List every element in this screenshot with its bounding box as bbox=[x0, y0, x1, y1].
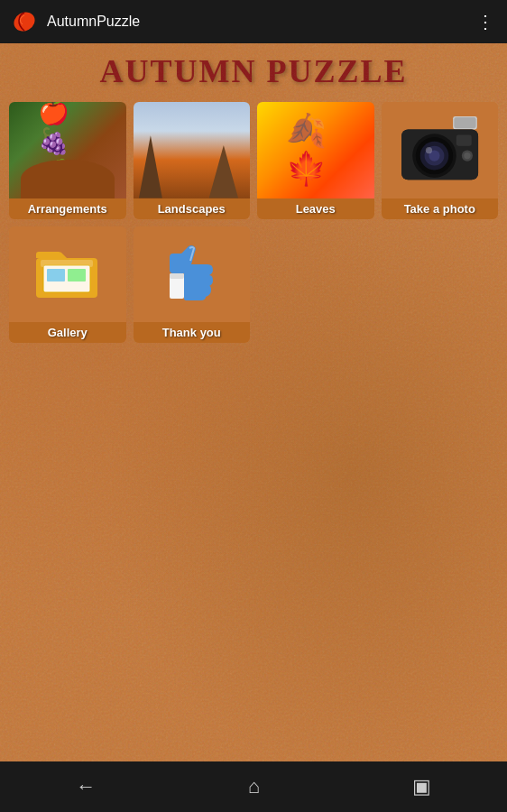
leaves-label: Leaves bbox=[257, 198, 374, 219]
title-bar: AutumnPuzzle ⋮ bbox=[0, 0, 507, 43]
svg-rect-11 bbox=[456, 135, 471, 146]
title-bar-left: AutumnPuzzle bbox=[11, 8, 140, 35]
page-title: AUTUMN PUZZLE bbox=[9, 52, 498, 90]
gallery-label: Gallery bbox=[9, 322, 126, 343]
gallery-image bbox=[9, 226, 126, 323]
thumbs-up-icon bbox=[164, 245, 218, 303]
landscapes-item[interactable]: Landscapes bbox=[134, 102, 251, 219]
arrangements-photo bbox=[9, 102, 126, 198]
camera-image-container bbox=[382, 102, 499, 198]
recents-button[interactable]: ▣ bbox=[394, 768, 449, 806]
landscapes-label: Landscapes bbox=[134, 198, 251, 219]
svg-point-0 bbox=[11, 8, 38, 34]
grid-row-1: Arrangements Landscapes Leaves bbox=[9, 102, 498, 219]
gallery-item[interactable]: Gallery bbox=[9, 226, 126, 344]
landscapes-photo bbox=[134, 102, 251, 198]
svg-rect-19 bbox=[41, 260, 93, 267]
empty-cell-2 bbox=[382, 226, 499, 344]
svg-rect-21 bbox=[170, 273, 184, 279]
main-content: AUTUMN PUZZLE Arrangements Landscapes bbox=[0, 43, 507, 761]
app-leaf-icon bbox=[11, 8, 38, 35]
main-wrapper: AUTUMN PUZZLE Arrangements Landscapes bbox=[0, 43, 507, 761]
menu-button[interactable]: ⋮ bbox=[476, 11, 496, 32]
thank-you-label: Thank you bbox=[134, 322, 251, 343]
grid-row-2: Gallery bbox=[9, 226, 498, 344]
leaves-image bbox=[257, 102, 374, 198]
thank-you-item[interactable]: Thank you bbox=[134, 226, 251, 344]
arrangements-item[interactable]: Arrangements bbox=[9, 102, 126, 219]
take-photo-label: Take a photo bbox=[382, 198, 499, 219]
arrangements-image bbox=[9, 102, 126, 198]
empty-cell-1 bbox=[257, 226, 374, 344]
app-title: AutumnPuzzle bbox=[47, 14, 140, 30]
svg-point-10 bbox=[425, 147, 431, 153]
arrangements-label: Arrangements bbox=[9, 198, 126, 219]
svg-rect-18 bbox=[68, 269, 86, 281]
svg-rect-17 bbox=[47, 269, 65, 281]
nav-bar: ← ⌂ ▣ bbox=[0, 761, 507, 812]
camera-icon bbox=[396, 114, 484, 186]
svg-rect-2 bbox=[454, 117, 475, 128]
leaves-item[interactable]: Leaves bbox=[257, 102, 374, 219]
back-button[interactable]: ← bbox=[58, 768, 114, 806]
thankyou-image-container bbox=[134, 226, 251, 323]
take-photo-item[interactable]: Take a photo bbox=[382, 102, 499, 219]
thankyou-image bbox=[134, 226, 251, 323]
leaves-photo bbox=[257, 102, 374, 198]
home-button[interactable]: ⌂ bbox=[230, 768, 278, 806]
svg-point-13 bbox=[464, 152, 470, 159]
folder-icon bbox=[36, 247, 99, 301]
landscapes-image bbox=[134, 102, 251, 198]
camera-image bbox=[382, 102, 499, 198]
gallery-image-container bbox=[9, 226, 126, 323]
